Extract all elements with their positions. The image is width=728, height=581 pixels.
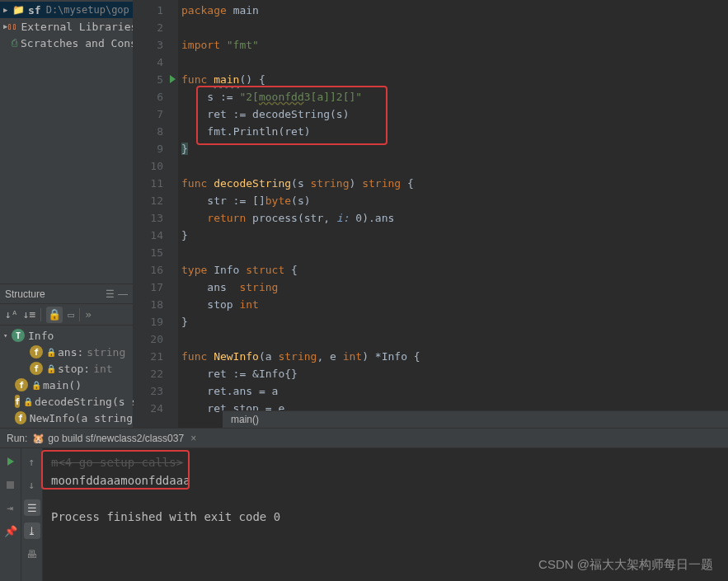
structure-node-newinfo[interactable]: f NewInfo(a string	[0, 410, 133, 426]
line-number[interactable]: 18	[134, 296, 178, 313]
line-number[interactable]: 9	[134, 140, 178, 157]
close-icon[interactable]: ×	[190, 433, 196, 444]
up-button[interactable]: ↑	[24, 453, 40, 470]
line-number[interactable]: 7	[134, 105, 178, 123]
structure-node-stop[interactable]: f 🔒 stop: int	[0, 360, 133, 377]
chevron-down-icon[interactable]: ▾	[3, 331, 12, 340]
soft-wrap-button[interactable]: ☰	[24, 499, 40, 516]
field-icon: f	[30, 345, 43, 358]
breadcrumb-bar[interactable]: main()	[223, 410, 728, 428]
line-number[interactable]: 8	[134, 123, 178, 140]
separator	[40, 308, 41, 321]
line-number[interactable]: 2	[134, 19, 178, 36]
console-output-line: moonfddaaamoonfddaaa	[51, 471, 720, 490]
settings-icon[interactable]: ☰	[106, 288, 115, 300]
line-number[interactable]: 14	[134, 227, 178, 244]
node-label: NewInfo(a string	[30, 412, 133, 424]
line-number[interactable]: 24	[134, 400, 178, 417]
lock-icon: 🔒	[31, 381, 41, 390]
pin-button[interactable]: 📌	[2, 522, 19, 539]
code-editor[interactable]: 1 2 3 4 5 6 7 8 9 10 11 12 13 14 15 16 1…	[134, 0, 728, 428]
structure-toolbar: ↓ᴬ ↓≡ 🔒 ▭ »	[0, 304, 133, 326]
project-root-row[interactable]: ▶ 📁 sf D:\mysetup\gop	[0, 2, 133, 18]
line-number[interactable]: 15	[134, 244, 178, 261]
console-output[interactable]: m<4 go setup calls> moonfddaaamoonfddaaa…	[43, 448, 728, 581]
node-label: decodeString(s s	[35, 396, 138, 408]
external-libraries-row[interactable]: ▶ ⫾⫾ External Libraries	[0, 18, 133, 35]
structure-node-main[interactable]: f 🔒 main()	[0, 377, 133, 393]
project-tree[interactable]: ▶ 📁 sf D:\mysetup\gop ▶ ⫾⫾ External Libr…	[0, 0, 133, 283]
run-panel: Run: 🐹 go build sf/newclass2/class037 × …	[0, 429, 728, 581]
project-root-name: sf	[28, 4, 41, 16]
line-number[interactable]: 13	[134, 209, 178, 227]
line-gutter[interactable]: 1 2 3 4 5 6 7 8 9 10 11 12 13 14 15 16 1…	[134, 0, 178, 428]
scratches-row[interactable]: ⎙ Scratches and Cons	[0, 35, 133, 51]
scratches-label: Scratches and Cons	[21, 37, 133, 49]
line-number[interactable]: 20	[134, 330, 178, 348]
go-icon: 🐹	[32, 433, 45, 444]
line-number[interactable]: 12	[134, 192, 178, 209]
line-number[interactable]: 1	[134, 2, 178, 19]
line-number[interactable]: 17	[134, 279, 178, 296]
line-number[interactable]: 6	[134, 88, 178, 105]
node-type: string	[87, 346, 125, 358]
stop-button[interactable]	[2, 476, 19, 493]
field-icon: f	[30, 362, 43, 375]
rerun-button[interactable]	[2, 453, 19, 470]
sort-visibility-icon[interactable]: ↓≡	[23, 308, 36, 321]
structure-panel: Structure ☰ — ↓ᴬ ↓≡ 🔒 ▭ » ▾ T Info	[0, 283, 133, 428]
line-number[interactable]: 5	[134, 71, 178, 88]
chevron-right-icon[interactable]: »	[85, 308, 92, 321]
line-number[interactable]: 22	[134, 365, 178, 382]
down-button[interactable]: ↓	[24, 476, 40, 493]
separator	[79, 308, 80, 321]
run-body: ⇥ 📌 ↑ ↓ ☰ ⤓ 🖶 m<4 go setup calls> moonfd…	[0, 448, 728, 581]
run-header: Run: 🐹 go build sf/newclass2/class037 ×	[0, 429, 728, 448]
run-label: Run:	[7, 433, 27, 444]
run-gutter-icon[interactable]	[170, 75, 176, 83]
exit-button[interactable]: ⇥	[2, 499, 19, 516]
run-config-tab[interactable]: 🐹 go build sf/newclass2/class037 ×	[32, 433, 196, 444]
line-number[interactable]: 4	[134, 54, 178, 71]
expand-icon[interactable]: ▭	[68, 308, 74, 321]
run-config-name: go build sf/newclass2/class037	[48, 433, 184, 444]
structure-node-ans[interactable]: f 🔒 ans: string	[0, 344, 133, 360]
line-number[interactable]: 23	[134, 382, 178, 400]
run-toolbar-right: ↑ ↓ ☰ ⤓ 🖶	[21, 448, 43, 581]
console-exit-line: Process finished with exit code 0	[51, 508, 720, 526]
line-number[interactable]: 16	[134, 261, 178, 279]
scroll-end-button[interactable]: ⤓	[24, 522, 40, 539]
line-number[interactable]: 10	[134, 157, 178, 175]
line-number[interactable]: 19	[134, 313, 178, 330]
print-button[interactable]: 🖶	[24, 546, 40, 562]
chevron-right-icon[interactable]: ▶	[3, 6, 12, 14]
run-toolbar-left: ⇥ 📌	[0, 448, 21, 581]
breadcrumb-item[interactable]: main()	[231, 414, 259, 425]
lock-icon: 🔒	[46, 364, 56, 373]
lock-icon[interactable]: 🔒	[46, 307, 63, 323]
sort-alpha-icon[interactable]: ↓ᴬ	[5, 308, 18, 321]
lock-icon: 🔒	[23, 397, 33, 406]
node-label: Info	[28, 330, 54, 342]
inlay-hint: i:	[336, 212, 355, 224]
structure-tree[interactable]: ▾ T Info f 🔒 ans: string f 🔒 stop: int	[0, 326, 133, 428]
node-label: stop:	[58, 363, 90, 375]
line-number[interactable]: 3	[134, 36, 178, 54]
code-content[interactable]: package main import "fmt" func main() { …	[178, 0, 728, 428]
node-label: main()	[43, 379, 82, 391]
structure-node-decode[interactable]: f 🔒 decodeString(s s	[0, 393, 133, 410]
function-icon: f	[15, 378, 28, 391]
structure-title: Structure	[5, 288, 45, 300]
function-icon: f	[15, 411, 26, 424]
node-type: int	[93, 363, 112, 375]
line-number[interactable]: 21	[134, 348, 178, 365]
minimize-icon[interactable]: —	[118, 288, 128, 300]
scratches-icon: ⎙	[12, 37, 17, 49]
project-root-path: D:\mysetup\gop	[46, 4, 129, 16]
lock-icon: 🔒	[46, 348, 56, 357]
structure-node-info[interactable]: ▾ T Info	[0, 327, 133, 344]
folder-icon: 📁	[12, 4, 25, 16]
node-label: ans:	[58, 346, 83, 358]
line-number[interactable]: 11	[134, 175, 178, 192]
left-sidebar: ▶ 📁 sf D:\mysetup\gop ▶ ⫾⫾ External Libr…	[0, 0, 134, 428]
